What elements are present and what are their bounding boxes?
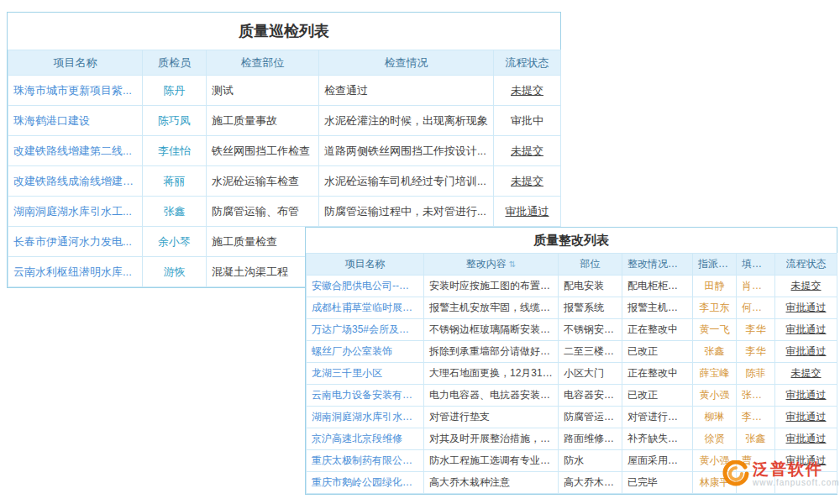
cell-project[interactable]: 改建铁路线增建第二线... xyxy=(8,136,143,166)
table-row[interactable]: 改建铁路线成渝线增建第...蒋丽水泥砼运输车检查水泥砼运输车司机经过专门培训..… xyxy=(8,166,561,197)
cell-inspector[interactable]: 张鑫 xyxy=(143,197,207,227)
cell-part: 防腐管运输、布管 xyxy=(207,197,319,227)
table-row[interactable]: 云南电力设备安装有限公司20...电力电容器、电抗器安装方案...电容器安装..… xyxy=(307,385,837,407)
table-row[interactable]: 珠海市城市更新项目紫...陈丹测试检查通过未提交 xyxy=(8,76,561,106)
cell-reporter[interactable]: 李若若 xyxy=(737,407,775,428)
cell-status[interactable]: 审批中 xyxy=(494,106,561,136)
cell-project[interactable]: 螺丝厂办公室装饰 xyxy=(307,341,424,363)
cell-feedback: 配电柜柜体与... xyxy=(622,276,693,297)
column-header-project: 项目名称 xyxy=(307,254,424,276)
column-header-assignee: 指派人员 xyxy=(693,254,737,276)
cell-status[interactable]: 审批通过 xyxy=(775,385,837,407)
cell-inspector[interactable]: 李佳怡 xyxy=(143,136,207,166)
cell-content: 防水工程施工选调有专业资质... xyxy=(424,450,559,472)
cell-inspector[interactable]: 蒋丽 xyxy=(143,166,207,197)
column-header-label: 整改情况反馈 xyxy=(627,258,688,270)
watermark: 泛普软件 www.fanpusoft.com xyxy=(722,460,840,487)
rectify-table: 项目名称整改内容⇅部位整改情况反馈指派人员填报人流程状态 安徽合肥供电公司--配… xyxy=(306,253,837,494)
cell-project[interactable]: 龙湖三千里小区 xyxy=(307,363,424,385)
cell-part: 水泥砼运输车检查 xyxy=(207,166,319,197)
cell-project[interactable]: 湖南洞庭湖水库引水工程施工标 xyxy=(307,407,424,428)
cell-reporter[interactable]: 李华 xyxy=(737,341,775,363)
column-header-label: 项目名称 xyxy=(54,56,97,69)
cell-feedback: 已完毕 xyxy=(622,472,693,494)
cell-status[interactable]: 审批通过 xyxy=(775,407,837,428)
table-row[interactable]: 安徽合肥供电公司--配电设备...安装时应按施工图的布置，将...配电安装配电柜… xyxy=(307,276,837,297)
cell-project[interactable]: 成都杜甫草堂临时展厅独立展... xyxy=(307,297,424,319)
cell-assignee[interactable]: 黄一飞 xyxy=(693,319,737,341)
cell-project[interactable]: 万达广场35#会所及咖啡厅空... xyxy=(307,319,424,341)
cell-reporter[interactable]: 陈菲 xyxy=(737,363,775,385)
cell-status[interactable]: 审批通过 xyxy=(494,197,561,227)
column-header-situation: 检查情况 xyxy=(319,50,494,76)
cell-status[interactable]: 审批通过 xyxy=(775,428,837,450)
cell-assignee[interactable]: 田静 xyxy=(693,276,737,297)
column-header-label: 流程状态 xyxy=(506,56,549,69)
cell-project[interactable]: 重庆太极制药有限公司毫州中... xyxy=(307,450,424,472)
sort-icon[interactable]: ⇅ xyxy=(509,260,516,269)
cell-content: 安装时应按施工图的布置，将... xyxy=(424,276,559,297)
table-row[interactable]: 改建铁路线增建第二线...李佳怡铁丝网围挡工作检查道路两侧铁丝网围挡工作按设计.… xyxy=(8,136,561,166)
cell-project[interactable]: 湖南洞庭湖水库引水工... xyxy=(8,197,143,227)
cell-inspector[interactable]: 余小琴 xyxy=(143,227,207,257)
table-row[interactable]: 螺丝厂办公室装饰拆除到承重墙部分请做好加固...二至三楼混...已改正张鑫李华审… xyxy=(307,341,837,363)
inspection-header-row: 项目名称质检员检查部位检查情况流程状态 xyxy=(8,50,561,76)
cell-reporter[interactable]: 李华 xyxy=(737,319,775,341)
cell-assignee[interactable]: 张鑫 xyxy=(693,341,737,363)
cell-reporter[interactable]: 肖亚军 xyxy=(737,276,775,297)
table-row[interactable]: 京沪高速北京段维修对其及时开展整治措施，桥头...路面维修检...补齐缺失标志.… xyxy=(307,428,837,450)
cell-content: 电力电容器、电抗器安装方案... xyxy=(424,385,559,407)
cell-reporter[interactable]: 张鑫 xyxy=(737,428,775,450)
cell-situation: 防腐管运输过程中，未对管进行... xyxy=(319,197,494,227)
cell-assignee[interactable]: 薛宝峰 xyxy=(693,363,737,385)
column-header-status: 流程状态 xyxy=(494,50,561,76)
cell-situation: 水泥砼灌注的时候，出现离析现象 xyxy=(319,106,494,136)
watermark-text: 泛普软件 www.fanpusoft.com xyxy=(753,461,840,487)
cell-project[interactable]: 重庆市鹅岭公园绿化景观提升... xyxy=(307,472,424,494)
cell-content: 报警主机安放牢固，线缆连接... xyxy=(424,297,559,319)
table-row[interactable]: 成都杜甫草堂临时展厅独立展...报警主机安放牢固，线缆连接...报警系统报警主机… xyxy=(307,297,837,319)
cell-assignee[interactable]: 徐贤 xyxy=(693,428,737,450)
cell-reporter[interactable]: 何芷萌 xyxy=(737,297,775,319)
cell-project[interactable]: 珠海鹤港口建设 xyxy=(8,106,143,136)
inspection-table-title: 质量巡检列表 xyxy=(8,13,560,50)
rectify-header-row: 项目名称整改内容⇅部位整改情况反馈指派人员填报人流程状态 xyxy=(307,254,837,276)
table-row[interactable]: 龙湖三千里小区大理石地面更换，12月31日之...小区大门正在整改中薛宝峰陈菲未… xyxy=(307,363,837,385)
cell-situation: 水泥砼运输车司机经过专门培训... xyxy=(319,166,494,197)
table-row[interactable]: 湖南洞庭湖水库引水工程施工标对管进行垫支防腐管运输...对管进行垫支柳琳李若若审… xyxy=(307,407,837,428)
cell-project[interactable]: 珠海市城市更新项目紫... xyxy=(8,76,143,106)
cell-project[interactable]: 长春市伊通河水力发电... xyxy=(8,227,143,257)
cell-status[interactable]: 未提交 xyxy=(775,276,837,297)
brand-name: 泛普软件 xyxy=(753,460,823,478)
column-header-status: 流程状态 xyxy=(775,254,837,276)
table-row[interactable]: 万达广场35#会所及咖啡厅空...不锈钢边框玻璃隔断安装不平...不锈钢安装..… xyxy=(307,319,837,341)
cell-inspector[interactable]: 游恢 xyxy=(143,257,207,287)
column-header-label: 检查部位 xyxy=(241,56,285,69)
cell-status[interactable]: 未提交 xyxy=(775,363,837,385)
cell-part: 高大乔木栽种 xyxy=(559,472,622,494)
cell-project[interactable]: 安徽合肥供电公司--配电设备... xyxy=(307,276,424,297)
column-header-content[interactable]: 整改内容⇅ xyxy=(424,254,559,276)
cell-status[interactable]: 未提交 xyxy=(494,166,561,197)
table-row[interactable]: 湖南洞庭湖水库引水工...张鑫防腐管运输、布管防腐管运输过程中，未对管进行...… xyxy=(8,197,561,227)
cell-project[interactable]: 云南电力设备安装有限公司20... xyxy=(307,385,424,407)
cell-assignee[interactable]: 李卫东 xyxy=(693,297,737,319)
cell-project[interactable]: 改建铁路线成渝线增建第... xyxy=(8,166,143,197)
cell-project[interactable]: 云南水利枢纽潜明水库... xyxy=(8,257,143,287)
cell-part: 小区大门 xyxy=(559,363,622,385)
cell-status[interactable]: 审批通过 xyxy=(775,319,837,341)
cell-status[interactable]: 审批通过 xyxy=(775,341,837,363)
cell-project[interactable]: 京沪高速北京段维修 xyxy=(307,428,424,450)
cell-inspector[interactable]: 陈巧凤 xyxy=(143,106,207,136)
column-header-label: 项目名称 xyxy=(345,258,386,270)
cell-assignee[interactable]: 黄小强 xyxy=(693,385,737,407)
cell-status[interactable]: 未提交 xyxy=(494,76,561,106)
cell-inspector[interactable]: 陈丹 xyxy=(143,76,207,106)
cell-status[interactable]: 审批通过 xyxy=(775,297,837,319)
table-row[interactable]: 珠海鹤港口建设陈巧凤施工质量事故水泥砼灌注的时候，出现离析现象审批中 xyxy=(8,106,561,136)
cell-reporter[interactable]: 张小东 xyxy=(737,385,775,407)
cell-assignee[interactable]: 柳琳 xyxy=(693,407,737,428)
fanpu-logo-icon xyxy=(722,460,749,487)
cell-status[interactable]: 未提交 xyxy=(494,136,561,166)
column-header-label: 质检员 xyxy=(158,56,191,69)
